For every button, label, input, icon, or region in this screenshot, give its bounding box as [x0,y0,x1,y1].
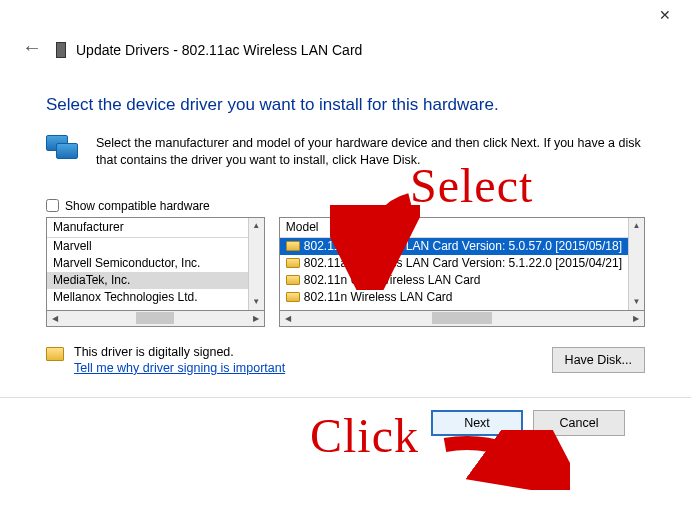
list-item[interactable]: MediaTek, Inc. [47,272,248,289]
signing-help-link[interactable]: Tell me why driver signing is important [74,361,285,375]
scroll-right-icon[interactable]: ▶ [249,311,263,325]
signing-status: This driver is digitally signed. [74,345,285,359]
scroll-up-icon[interactable]: ▲ [249,219,263,233]
certificate-icon [46,347,64,361]
scroll-thumb[interactable] [432,312,492,324]
list-item[interactable]: 802.11ac Wireless LAN Card Version: 5.0.… [280,238,628,255]
scroll-up-icon[interactable]: ▲ [630,219,644,233]
model-label: 802.11n Wireless LAN Card [304,290,453,304]
model-label: 802.11n USB Wireless LAN Card [304,273,481,287]
scroll-right-icon[interactable]: ▶ [629,311,643,325]
next-button[interactable]: Next [431,410,523,436]
show-compatible-input[interactable] [46,199,59,212]
model-column-header[interactable]: Model [280,218,628,238]
list-item[interactable]: 802.11n USB Wireless LAN Card [280,272,628,289]
horizontal-scrollbar[interactable]: ◀ ▶ [279,311,645,327]
scroll-left-icon[interactable]: ◀ [48,311,62,325]
adapter-icon [286,258,300,268]
list-item[interactable]: 802.11ac Wireless LAN Card Version: 5.1.… [280,255,628,272]
manufacturer-listbox[interactable]: Manufacturer Marvell Marvell Semiconduct… [46,217,265,311]
model-listbox[interactable]: Model 802.11ac Wireless LAN Card Version… [279,217,645,311]
vertical-scrollbar[interactable]: ▲ ▼ [628,218,644,310]
scroll-left-icon[interactable]: ◀ [281,311,295,325]
list-item[interactable]: Mellanox Technologies Ltd. [47,289,248,306]
page-heading: Select the device driver you want to ins… [46,95,645,115]
model-label: 802.11ac Wireless LAN Card Version: 5.0.… [304,239,622,253]
vertical-scrollbar[interactable]: ▲ ▼ [248,218,264,310]
list-item[interactable]: 802.11n Wireless LAN Card [280,289,628,306]
back-arrow-icon[interactable]: ← [18,36,56,59]
scroll-thumb[interactable] [136,312,174,324]
adapter-icon [286,292,300,302]
list-item[interactable]: Marvell [47,238,248,255]
scroll-down-icon[interactable]: ▼ [630,295,644,309]
arrow-icon [440,430,570,490]
show-compatible-checkbox[interactable]: Show compatible hardware [46,199,645,213]
cancel-button[interactable]: Cancel [533,410,625,436]
list-item[interactable]: Marvell Semiconductor, Inc. [47,255,248,272]
device-icon [56,42,66,58]
adapter-icon [286,275,300,285]
instruction-text: Select the manufacturer and model of you… [96,135,645,169]
horizontal-scrollbar[interactable]: ◀ ▶ [46,311,265,327]
scroll-down-icon[interactable]: ▼ [249,295,263,309]
window-title: Update Drivers - 802.11ac Wireless LAN C… [76,42,362,58]
show-compatible-label: Show compatible hardware [65,199,210,213]
close-icon[interactable]: ✕ [651,6,679,24]
manufacturer-column-header[interactable]: Manufacturer [47,218,248,238]
have-disk-button[interactable]: Have Disk... [552,347,645,373]
model-label: 802.11ac Wireless LAN Card Version: 5.1.… [304,256,622,270]
adapter-icon [286,241,300,251]
monitors-icon [46,135,82,163]
